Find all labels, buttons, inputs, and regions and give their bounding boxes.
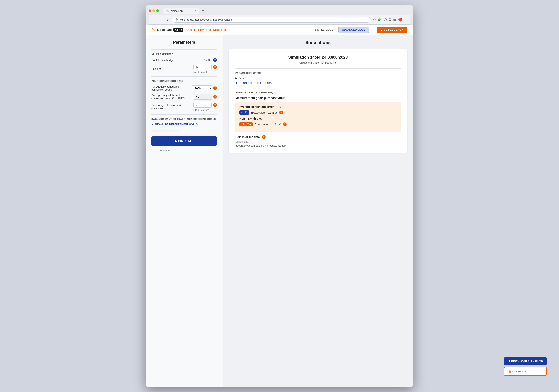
pct-buckets-input-row: ? — [193, 102, 217, 108]
browser-window: ✏️ Noise Lab ✕ + ⌄ ← → ↻ ⓘ noise-lab.uc.… — [146, 5, 413, 387]
header-links: About How to use Noise Lab? — [187, 28, 227, 31]
ape-card: Average percentage error (APE): < 1% Exa… — [235, 102, 401, 132]
version-badge: v2.7.0 — [174, 28, 183, 32]
grammarly-icon[interactable]: G — [389, 18, 391, 22]
give-feedback-button[interactable]: GIVE FEEDBACK — [377, 27, 407, 33]
maximize-button[interactable] — [156, 9, 159, 12]
extensions-icon[interactable]: 🧩 — [378, 18, 382, 22]
sidebar-icon[interactable]: ▭ — [393, 18, 396, 22]
blur-section: Number of measurement — [151, 128, 217, 132]
pct-buckets-input-group: ? Min: 0, Max: 10 — [193, 102, 217, 111]
epsilon-input[interactable] — [193, 64, 212, 70]
profile-icon[interactable]: ⬡ — [384, 18, 387, 22]
divider-1 — [151, 49, 217, 50]
details-data-help-icon[interactable]: ? — [262, 135, 266, 139]
pct-buckets-row: Percentage of buckets with 0 conversions… — [151, 102, 217, 111]
back-button[interactable]: ← — [151, 18, 156, 22]
simulate-button[interactable]: ▶ SIMULATE — [151, 136, 217, 146]
details-label[interactable]: Details — [238, 77, 246, 80]
app-name: Noise Lab — [157, 28, 172, 31]
contribution-budget-help-icon[interactable]: ? — [213, 58, 217, 62]
avg-daily-help-icon[interactable]: ? — [213, 95, 217, 99]
epsilon-help-icon[interactable]: ? — [213, 65, 217, 69]
browser-toolbar: ☆ 🧩 ⬡ G ▭ 🔴 ⋮ — [373, 18, 408, 22]
rmspe-help-icon[interactable]: ? — [283, 122, 287, 126]
epsilon-input-group: ? Min: 0, Max: 64 — [193, 64, 217, 73]
total-daily-help-icon[interactable]: ? — [213, 86, 217, 90]
dimensions-value: geography x campaignId x productCategory — [235, 144, 401, 147]
contribution-budget-label: Contribution budget: — [151, 59, 202, 62]
pct-buckets-help-icon[interactable]: ? — [213, 103, 217, 107]
left-panel: Parameters API PARAMETERS Contribution b… — [146, 35, 223, 387]
app-logo: ✏️ Noise Lab v2.7.0 — [152, 28, 183, 32]
tab-close-icon[interactable]: ✕ — [194, 9, 196, 12]
security-icon: ⓘ — [175, 18, 177, 21]
ape-title: Average percentage error (APE): — [239, 105, 397, 108]
parameters-input-label: PARAMETERS (INPUT) — [235, 72, 401, 74]
how-to-link[interactable]: How to use Noise Lab? — [198, 28, 228, 31]
download-csv-icon: ⬇ — [235, 81, 238, 84]
bookmark-icon[interactable]: ☆ — [373, 18, 376, 22]
conversion-data-label: YOUR CONVERSION DATA — [151, 80, 217, 82]
simulations-title: Simulations — [229, 40, 407, 45]
show-hide-link[interactable]: ▼ SHOW/HIDE MEASUREMENT GOALS — [151, 123, 198, 126]
sim-divider-2 — [235, 88, 401, 88]
download-all-button[interactable]: ⬇ DOWNLOAD ALL (.XLSX) — [504, 357, 547, 365]
summary-reports-label: SUMMARY REPORTS (OUTPUT) — [235, 91, 401, 94]
traffic-lights — [149, 9, 159, 12]
details-data-title: Details of the data: ? — [235, 135, 401, 139]
forward-button[interactable]: → — [158, 18, 163, 22]
profile-avatar-icon[interactable]: 🔴 — [398, 18, 402, 22]
measurement-goal-preview: Measurement goal 1 — [151, 149, 217, 152]
clear-all-button[interactable]: 🗑 CLEAR ALL — [504, 367, 547, 376]
minimize-button[interactable] — [152, 9, 155, 12]
more-menu-icon[interactable]: ⋮ — [404, 18, 408, 22]
right-panel: Simulations Simulation 14:44:24 03/08/20… — [223, 35, 413, 387]
total-daily-select[interactable]: 1000 — [192, 85, 212, 91]
rmspe-title: RMSPE with t=5: — [239, 117, 397, 120]
ape-row: < 1% Exact value = 0.741 % ? — [239, 111, 397, 114]
tab-title: Noise Lab — [171, 9, 183, 12]
details-arrow-icon[interactable]: ▶ — [235, 77, 237, 80]
total-daily-label: TOTAL daily attributable conversion coun… — [151, 85, 190, 91]
tab-bar: ✏️ Noise Lab ✕ + — [163, 8, 406, 14]
show-hide-row: ▼ SHOW/HIDE MEASUREMENT GOALS — [151, 123, 217, 126]
ape-help-icon[interactable]: ? — [279, 111, 283, 114]
pct-buckets-input[interactable] — [193, 102, 212, 108]
simple-mode-button[interactable]: SIMPLE MODE — [312, 27, 336, 33]
logo-icon: ✏️ — [152, 28, 156, 32]
blur-overlay — [151, 128, 217, 132]
measurement-goal-title: Measurement goal: purchaseValue — [235, 96, 401, 100]
active-tab[interactable]: ✏️ Noise Lab ✕ — [163, 8, 199, 14]
ape-badge: < 1% — [239, 111, 249, 114]
ape-exact-value: Exact value = 0.741 % — [251, 111, 278, 114]
reload-button[interactable]: ↻ — [165, 18, 170, 22]
download-csv-link[interactable]: ⬇ DOWNLOAD TABLE (CSV) — [235, 81, 401, 84]
divider-2 — [151, 76, 217, 77]
contribution-budget-row: Contribution budget: 65536 ? — [151, 58, 217, 62]
advanced-mode-button[interactable]: ADVANCED MODE — [338, 27, 369, 33]
rmspe-exact-value: Exact value = 1.111 % — [255, 123, 281, 126]
epsilon-input-row: ? — [193, 64, 217, 70]
simulation-id: Unique simulation ID: bc067445 — [235, 61, 401, 64]
new-tab-button[interactable]: + — [200, 8, 206, 14]
tab-favicon-icon: ✏️ — [166, 9, 169, 12]
epsilon-hint: Min: 0, Max: 64 — [193, 71, 217, 73]
avg-daily-input[interactable] — [194, 94, 212, 100]
browser-addressbar: ← → ↻ ⓘ noise-lab.uc.r.appspot.com/?mode… — [149, 15, 410, 25]
rmspe-row: 1% - 5% Exact value = 1.111 % ? — [239, 122, 397, 126]
epsilon-row: Epsilon: ? Min: 0, Max: 64 — [151, 64, 217, 73]
avg-daily-row: Average daily attributable conversion co… — [151, 94, 217, 100]
api-params-label: API PARAMETERS — [151, 53, 217, 55]
details-row: ▶ Details — [235, 77, 401, 80]
close-button[interactable] — [149, 9, 151, 12]
action-buttons: ⬇ DOWNLOAD ALL (.XLSX) 🗑 CLEAR ALL — [504, 357, 547, 376]
about-link[interactable]: About — [187, 28, 195, 31]
app-header: ✏️ Noise Lab v2.7.0 About How to use Noi… — [146, 25, 413, 35]
address-bar[interactable]: ⓘ noise-lab.uc.r.appspot.com/?mode=advan… — [172, 17, 371, 23]
simulation-card: Simulation 14:44:24 03/08/2023 Unique si… — [229, 49, 407, 153]
details-data-label: Details of the data: — [235, 135, 261, 139]
simulation-title: Simulation 14:44:24 03/08/2023 — [235, 55, 401, 60]
epsilon-label: Epsilon: — [151, 67, 191, 70]
browser-menu-icon[interactable]: ⌄ — [408, 9, 410, 12]
